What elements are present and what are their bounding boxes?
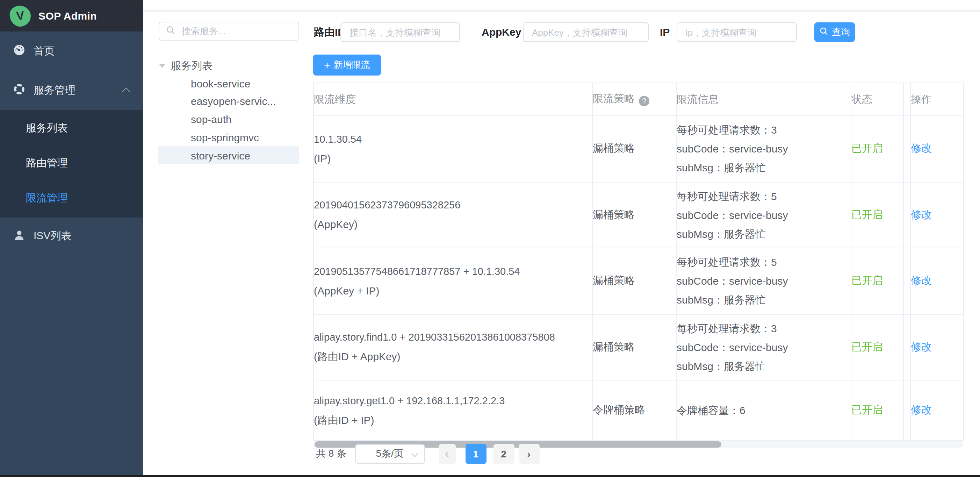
table-row: 20190513577548661718777857 + 10.1.30.54 … [313,248,964,314]
cell-scrollbar-gutter [904,116,910,182]
sidebar-item-isv-list[interactable]: ISV列表 [0,217,143,255]
tree-root-service-list[interactable]: 服务列表 [159,57,213,75]
sidebar-item-rate-limit-management[interactable]: 限流管理 [0,180,143,215]
cell-status: 已开启 [851,380,904,440]
sidebar-item-label: ISV列表 [33,230,71,243]
rate-limit-info-line: 每秒可处理请求数：5 [677,187,851,206]
ip-label: IP [660,26,670,38]
table-row: 10.1.30.54 (IP) 漏桶策略 每秒可处理请求数：3subCode：s… [313,116,964,182]
tree-node-sop-auth[interactable]: sop-auth [158,110,299,128]
pagination-total: 共 8 条 [316,448,346,460]
cell-dimension: 20190513577548661718777857 + 10.1.30.54 … [313,248,592,314]
search-button[interactable]: 查询 [815,22,855,42]
cell-info: 每秒可处理请求数：3subCode：service-busysubMsg：服务器… [676,314,851,380]
pagination: 共 8 条 5条/页 ‹ 1 2 › [316,444,539,464]
rate-limit-table: 限流维度 限流策略? 限流信息 状态 操作 10.1.30.54 (IP) 漏桶… [313,83,964,440]
sidebar-item-home[interactable]: 首页 [0,32,143,71]
ip-input[interactable] [677,22,797,42]
dashboard-icon [13,44,25,58]
rate-limit-info-line: subMsg：服务器忙 [677,357,851,376]
header-dimension: 限流维度 [313,83,592,116]
next-page-button[interactable]: › [518,444,539,464]
dimension-text: 20190513577548661718777857 + 10.1.30.54 [314,262,592,281]
navbar-bottom-shadow [143,8,980,12]
sidebar-item-service-list[interactable]: 服务列表 [0,110,143,145]
header-info: 限流信息 [676,83,851,116]
app-title: SOP Admin [38,10,97,22]
cell-dimension: alipay.story.find1.0 + 20190331562013861… [313,314,592,380]
dimension-type-text: (路由ID + IP) [314,410,592,429]
component-icon [13,83,25,97]
status-badge: 已开启 [851,404,883,415]
rate-limit-info-line: 每秒可处理请求数：3 [677,319,851,338]
dimension-type-text: (AppKey) [314,215,592,234]
cell-dimension: 20190401562373796095328256 (AppKey) [313,182,592,248]
sidebar-item-service-management[interactable]: 服务管理 [0,71,143,110]
add-rate-limit-button[interactable]: + 新增限流 [313,54,381,75]
cell-dimension: 10.1.30.54 (IP) [313,116,592,182]
prev-page-button[interactable]: ‹ [439,444,455,464]
dimension-text: 10.1.30.54 [314,130,592,149]
page-size-select[interactable]: 5条/页 [355,444,425,464]
plus-icon: + [324,59,330,71]
edit-link[interactable]: 修改 [911,341,932,353]
dimension-type-text: (路由ID + AppKey) [314,347,592,366]
cell-scrollbar-gutter [904,380,910,440]
cell-info: 每秒可处理请求数：5subCode：service-busysubMsg：服务器… [676,248,851,314]
cell-action: 修改 [910,314,964,380]
cell-action: 修改 [910,248,964,314]
edit-link[interactable]: 修改 [911,404,932,415]
appkey-input[interactable] [523,22,649,42]
edit-link[interactable]: 修改 [911,208,932,220]
tree-node-easyopen-service[interactable]: easyopen-servic... [158,92,299,110]
cell-strategy: 令牌桶策略 [592,380,676,440]
tree-node-label: sop-springmvc [191,131,259,143]
cell-scrollbar-gutter [904,314,910,380]
table-row: alipay.story.find1.0 + 20190331562013861… [313,314,964,380]
table-header-row: 限流维度 限流策略? 限流信息 状态 操作 [313,83,964,116]
header-scrollbar-gutter [904,83,910,116]
app-window: V SOP Admin 首页 服务管理 服务列表 [0,0,980,477]
app-logo-bar: V SOP Admin [0,0,143,32]
cell-strategy: 漏桶策略 [592,248,676,314]
cell-action: 修改 [910,380,964,440]
chevron-up-icon [122,88,130,96]
tree-node-label: easyopen-servic... [191,95,276,107]
tree-node-label: sop-auth [191,113,232,125]
sidebar-item-label: 首页 [33,45,54,58]
header-action: 操作 [910,83,964,116]
tree-root-label: 服务列表 [170,59,213,72]
dimension-type-text: (AppKey + IP) [314,281,592,300]
service-search-input[interactable] [180,25,306,37]
tree-node-book-service[interactable]: book-service [158,74,299,93]
cell-status: 已开启 [851,248,904,314]
cell-status: 已开启 [851,314,904,380]
route-id-input[interactable] [340,22,460,42]
search-icon [819,27,828,38]
question-icon[interactable]: ? [639,96,649,106]
cell-action: 修改 [910,182,964,248]
sidebar-item-route-management[interactable]: 路由管理 [0,145,143,180]
rate-limit-info-line: subCode：service-busy [677,140,851,158]
page-button-2[interactable]: 2 [493,444,514,464]
status-badge: 已开启 [851,142,883,154]
tree-node-story-service[interactable]: story-service [158,146,299,164]
page-size-value: 5条/页 [376,448,403,460]
cell-info: 令牌桶容量：6 [676,380,851,440]
cell-info: 每秒可处理请求数：5subCode：service-busysubMsg：服务器… [676,182,851,248]
chevron-down-icon [411,450,418,457]
dimension-type-text: (IP) [314,149,592,168]
service-search-box [159,22,299,41]
status-badge: 已开启 [851,274,883,286]
page-button-1[interactable]: 1 [465,444,486,464]
add-rate-limit-label: 新增限流 [334,59,370,71]
cell-strategy: 漏桶策略 [592,314,676,380]
rate-limit-info-line: 令牌桶容量：6 [677,401,851,420]
cell-info: 每秒可处理请求数：3subCode：service-busysubMsg：服务器… [676,116,851,182]
background-window-edge [0,475,980,477]
tree-node-sop-springmvc[interactable]: sop-springmvc [158,128,299,146]
edit-link[interactable]: 修改 [911,142,932,154]
app-logo-letter: V [16,8,25,23]
tree-node-label: book-service [191,77,250,89]
edit-link[interactable]: 修改 [911,274,932,286]
